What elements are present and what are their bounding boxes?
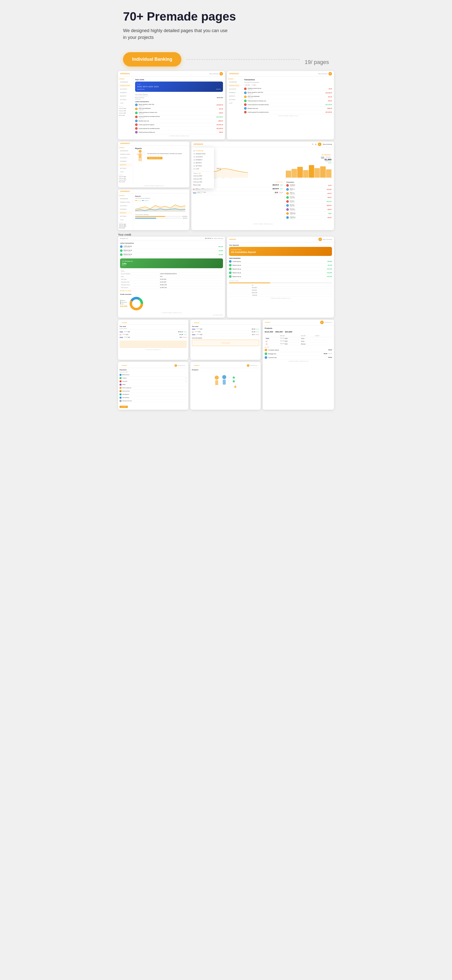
products-screenshot-small: 10FINANCE B Barry Armstrong Products	[190, 362, 261, 410]
ts-dashboard[interactable]: DASHBOARD	[228, 81, 241, 84]
row-2: 10FINANCE 10FINANCE DASHBOARD TRANSACTIO…	[118, 142, 334, 230]
ts-payments[interactable]: PAYMENTS	[228, 91, 241, 94]
mort-body: Latest transactions C Credit opening 5 A…	[118, 240, 225, 318]
ts-accounts[interactable]: ACCOUNTS	[228, 88, 241, 91]
date-to[interactable]: To date	[251, 84, 257, 86]
avatar: B	[219, 72, 223, 76]
generate-report-btn[interactable]: GENERATE REPORT	[147, 157, 163, 159]
menu-dashboard[interactable]: ⬜ DASHBOARD	[191, 149, 214, 152]
all-accounts-link[interactable]: ALL ACCOUNTS	[275, 181, 283, 183]
menu-bitcoin[interactable]: Bitcoin wallet	[191, 183, 214, 186]
cards-tab[interactable]: Cards	[321, 156, 324, 158]
ts-reports[interactable]: REPORTS	[228, 95, 241, 98]
time-period-label: Time period of transactions	[244, 81, 332, 83]
menu-accounts[interactable]: ⬜ ACCOUNTS	[191, 155, 214, 158]
dash-view-deposit-btn[interactable]: + Dash view deposit	[192, 340, 259, 346]
screenshots-container: 10FINANCE Barry Armstrong B 10FINANCE DA…	[113, 71, 339, 422]
card-row-3: VISA 3344 **** **** 9018 Card number $0.…	[193, 191, 283, 195]
hero-subtitle: We designed highly detailed pages that y…	[123, 27, 264, 41]
product-bitcoin[interactable]: Bitcoin wallet	[119, 114, 132, 116]
sidebar-settings[interactable]: SETTINGS	[119, 98, 132, 101]
reports-title-2: Reports	[135, 196, 187, 197]
pages-count-display: 19/ pages	[305, 52, 329, 67]
rep1-header: 10FINANCE	[118, 142, 189, 146]
row-3: Mortgage loan $84,400.00 ▼ Barry Armstro…	[118, 237, 334, 318]
deposits-title: Your deposits	[229, 244, 332, 246]
transactions-screenshot: 10FINANCE Barry Armstrong B 10FINANCE DA…	[227, 71, 334, 140]
sidebar-accounts[interactable]: ACCOUNTS	[119, 88, 132, 91]
menu-uikit[interactable]: ⬜ UI KIT	[191, 167, 214, 170]
sidebar-reports[interactable]: REPORTS	[119, 95, 132, 98]
card-number: 3400 5676 9004 3002	[137, 86, 221, 88]
cards-body: 10FINANCE DASHBOARD TRANSACTIONS ACCOUNT…	[118, 77, 225, 140]
svg-rect-31	[228, 378, 230, 378]
svg-point-25	[215, 375, 219, 380]
menu-reports[interactable]: ⬜ REPORTS	[191, 161, 214, 164]
ft-icon-5: I	[244, 103, 247, 106]
trans-icon-5: M	[135, 120, 137, 122]
svg-rect-1	[139, 153, 142, 158]
cards-header: 10FINANCE Barry Armstrong B	[118, 71, 225, 77]
menu-card3[interactable]: Card xxxx 1804	[191, 180, 214, 183]
ft-item-1: V Vodafone amount top up 4 Aug 1:00 -$3.…	[244, 87, 332, 91]
menu-transactions[interactable]: ⬜ TRANSACTIONS	[191, 152, 214, 155]
trans-item-6: I Invoice payment for projects -$15,000.…	[135, 123, 223, 127]
menu-card1[interactable]: Card xxxx 8004	[191, 174, 214, 177]
accounts-tab[interactable]: Accounts	[326, 156, 331, 158]
sidebar-payments[interactable]: PAYMENTS	[119, 91, 132, 94]
products-amount-2: $56,400	[275, 331, 283, 333]
income-expense-chart	[135, 202, 185, 212]
products-amount-1: $114,400	[265, 331, 273, 333]
menu-card2[interactable]: Card xxxx 1902	[191, 177, 214, 180]
trans-item-2: A ATM Card withdrawal 4 Aug 1:00 -$41.50	[135, 107, 223, 111]
trans-icon-2: A	[135, 108, 137, 110]
add-new-card-area[interactable]: + Add new card	[120, 340, 187, 348]
date-from[interactable]: From date	[244, 84, 251, 86]
ts-transactions[interactable]: TRANSACTIONS	[228, 84, 241, 87]
svg-rect-5	[141, 158, 142, 161]
product-card2[interactable]: Card xxxx 1902	[119, 110, 132, 112]
svg-rect-32	[228, 380, 233, 383]
all-reports-link[interactable]: ALL REPORTS	[321, 154, 331, 156]
trans-item-3: P Online purchase on Amazon.com 4 Aug 1:…	[135, 111, 223, 115]
four-small-grid: 10FINANCE Your cards ALL ACCOUNTS VISA *…	[118, 320, 261, 410]
ft-item-3: A ATM Card withdrawal 4 Aug 1:00 -$41.50	[244, 95, 332, 99]
ft-icon-3: A	[244, 95, 247, 98]
dep-header: 10FINANCE B Barry Armstrong	[227, 237, 334, 242]
reprint-actions[interactable]: REPRINT ACTIONS	[120, 290, 223, 291]
trans-header: 10FINANCE Barry Armstrong B	[227, 71, 334, 77]
svg-rect-33	[228, 381, 230, 381]
product-card3[interactable]: Card xxxx 1804	[119, 112, 132, 114]
divider-line	[186, 59, 300, 60]
trans-sidebar: 10FINANCE DASHBOARD TRANSACTIONS ACCOUNT…	[227, 77, 242, 119]
trans-main-content: Transactions Time period of transactions…	[242, 77, 334, 119]
svg-rect-36	[234, 387, 236, 388]
trans-icon-1: M	[135, 103, 137, 106]
ft-icon-7: I	[244, 111, 247, 113]
sidebar-dashboard[interactable]: DASHBOARD	[119, 81, 132, 84]
menu-settings[interactable]: ⬜ SETTINGS	[191, 164, 214, 167]
cards-variant-2: 10FINANCE Your cards VISA **** **** 4008…	[190, 320, 261, 360]
total-paid-amount: $16,000	[120, 305, 127, 307]
svg-rect-30	[228, 377, 230, 377]
left-col: 10FINANCE 10FINANCE DASHBOARD TRANSACTIO…	[118, 142, 189, 230]
sidebar-uikit[interactable]: UI KIT	[119, 102, 132, 105]
payments-screenshot: 10FINANCE B Barry Armstrong Payments Pay…	[118, 362, 188, 410]
ts-settings[interactable]: SETTINGS	[228, 98, 241, 101]
prod-header: 10FINANCE B Barry Armstrong	[263, 320, 334, 325]
ts-uikit[interactable]: UI KIT	[228, 102, 241, 105]
products-main-title: Products	[265, 328, 332, 329]
banking-header: Individual Banking 19/ pages	[113, 46, 339, 71]
individual-banking-button[interactable]: Individual Banking	[123, 52, 181, 67]
payments-title: Payments	[120, 369, 187, 371]
sidebar-menu-popup: ⬜ DASHBOARD ⬜ TRANSACTIONS ⬜ ACCOUNTS ⬜ …	[191, 147, 214, 188]
continue-btn[interactable]: CONTINUE	[120, 406, 128, 408]
menu-payments[interactable]: ⬜ PAYMENTS	[191, 158, 214, 161]
trans-icon-8: O	[135, 131, 137, 134]
svg-rect-2	[137, 154, 139, 154]
product-card1[interactable]: Card xxxx 8004	[119, 107, 132, 110]
transactions-title: Transactions	[244, 79, 332, 81]
ft-item-5: I Income payment for provided services +…	[244, 103, 332, 107]
sidebar-transactions[interactable]: TRANSACTIONS	[119, 84, 132, 87]
trans-item-5: M Monthly home rent -$849.00	[135, 119, 223, 123]
